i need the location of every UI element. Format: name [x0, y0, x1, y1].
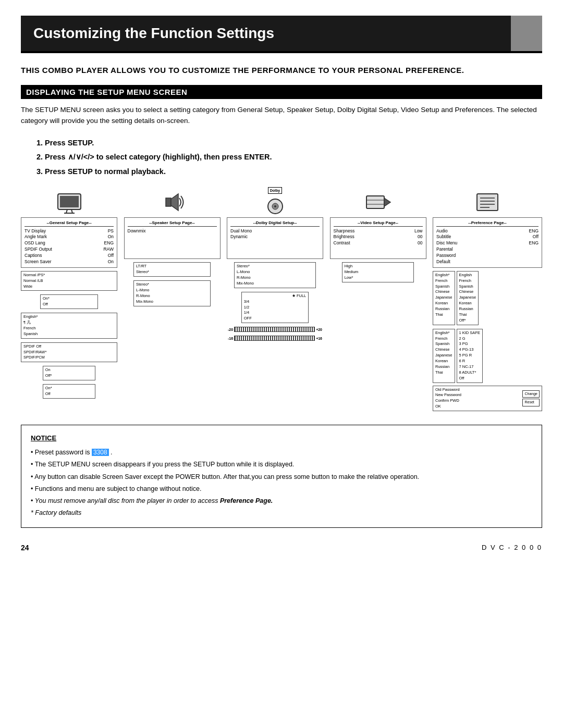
page: Customizing the Function Settings THIS C…	[0, 0, 563, 728]
meter-bottom: -16 +16	[227, 336, 323, 341]
section-header: DISPLAYING THE SETUP MENU SCREEN	[21, 85, 542, 99]
general-setup-box: --General Setup Page-- TV DisplayPS Angl…	[21, 217, 117, 268]
general-submenu-spdif: SPDIF Off SPDIF/RAW* SPDIF/PCM	[21, 342, 117, 363]
preference-col: --Preference Page-- AudioENG SubtitleOff…	[433, 189, 542, 412]
meter-top: -20 +20	[227, 327, 323, 332]
general-title: --General Setup Page--	[25, 220, 114, 226]
pref-parental-ratings: 1 KID SAFE 2 G 3 PG 4 PG-13 5 PG R 6 R 7…	[457, 329, 483, 383]
footer-page-number: 24	[21, 544, 29, 552]
general-row-captions: CaptionsOff	[25, 253, 114, 259]
speaker-setup-icon	[156, 189, 188, 215]
dolby-submenus: Stereo* L-Mono R-Mono Mix-Mono ★ FULL 3/…	[227, 261, 323, 342]
footer: 24 D V C - 2 0 0 0	[21, 544, 542, 552]
video-submenus: High Medium Low*	[330, 261, 426, 283]
speaker-row-downmix: Downmix	[128, 228, 217, 235]
general-row-screensaver: Screen SaverOn	[25, 259, 114, 265]
pref-title: --Preference Page--	[436, 220, 538, 226]
step-2: 2. Press ∧/∨/</> to select category (hig…	[36, 150, 542, 165]
reset-button[interactable]: Reset	[522, 399, 540, 406]
diagram-area: --General Setup Page-- TV DisplayPS Angl…	[21, 189, 542, 412]
speaker-submenu-ltr: LT/RT Stereo*	[133, 262, 211, 277]
notice-item-5: You must remove any/all disc from the pl…	[31, 496, 532, 507]
svg-rect-5	[166, 198, 171, 206]
notice-box: NOTICE Preset password is 3308 . The SET…	[21, 425, 542, 528]
speaker-title: --Speaker Setup Page--	[128, 220, 217, 226]
page-title: Customizing the Function Settings	[33, 25, 274, 42]
speaker-setup-col: --Speaker Setup Page-- Downmix LT/RT Ste…	[124, 189, 221, 307]
video-setup-icon	[362, 189, 394, 215]
svg-line-3	[71, 209, 72, 213]
speaker-submenus: LT/RT Stereo* Stereo* L-Mono R-Mono Mix-…	[124, 261, 221, 307]
speaker-setup-box: --Speaker Setup Page-- Downmix	[124, 217, 221, 259]
general-row-osdlang: OSD LangENG	[25, 240, 114, 246]
notice-item-3: Any button can disable Screen Saver exce…	[31, 472, 532, 483]
footer-model: D V C - 2 0 0 0	[482, 544, 542, 551]
notice-item-1: Preset password is 3308 .	[31, 447, 532, 458]
change-button[interactable]: Change	[522, 390, 540, 398]
dolby-submenu-dynamic: ★ FULL 3/4 1/2 1/4 OFF	[241, 292, 309, 323]
pref-password-box: Old Password New Password Confirm PWD OK…	[433, 386, 542, 412]
general-submenus: Normal /PS* Normal /LB Wide On* Off Engl…	[21, 270, 117, 400]
title-underline	[21, 51, 542, 53]
dolby-setup-box: --Dolby Digital Setup-- Dual Mono Dynami…	[227, 217, 323, 259]
title-bar: Customizing the Function Settings	[21, 16, 542, 51]
general-setup-icon	[54, 189, 85, 215]
intro-text: THIS COMBO PLAYER ALLOWS YOU TO CUSTOMIZ…	[21, 65, 542, 77]
pref-submenus: English* French Spanish Chinese Japanese…	[433, 270, 542, 412]
pref-subtitle-langs: English French Spanish Chinese Japanese …	[457, 271, 479, 325]
dolby-setup-icon: Dolby	[260, 189, 291, 215]
step-3: 3. Press SETUP to normal playback.	[36, 165, 542, 179]
general-setup-col: --General Setup Page-- TV DisplayPS Angl…	[21, 189, 117, 400]
svg-rect-10	[366, 196, 384, 208]
general-submenu-angle: On* Off	[40, 294, 98, 309]
video-submenu-sharp: High Medium Low*	[342, 262, 414, 282]
general-row-anglemark: Angle MarkOn	[25, 234, 114, 240]
notice-title: NOTICE	[31, 433, 532, 444]
general-submenu-screensaver: On* Off	[43, 384, 96, 399]
section-desc: The SETUP MENU screen asks you to select…	[21, 104, 542, 127]
svg-point-9	[274, 205, 276, 207]
preference-icon	[472, 189, 503, 215]
speaker-submenu-mono: Stereo* L-Mono R-Mono Mix-Mono	[133, 280, 211, 306]
preference-box: --Preference Page-- AudioENG SubtitleOff…	[433, 217, 542, 268]
pref-row-default: Default	[436, 259, 538, 265]
pref-row-audio: AudioENG	[436, 228, 538, 235]
password-highlight: 3308	[92, 449, 109, 456]
dolby-setup-col: Dolby --Dolby Digital Setup--	[227, 189, 323, 342]
pref-discmenu-langs: English* French Spanish Chinese Japanese…	[433, 329, 455, 383]
video-title: --Video Setup Page--	[334, 220, 423, 226]
video-setup-col: --Video Setup Page-- SharpnessLow Bright…	[330, 189, 426, 283]
pref-row-discmenu: Disc MenuENG	[436, 240, 538, 246]
pref-row-subtitle: SubtitleOff	[436, 234, 538, 240]
diagram-container: --General Setup Page-- TV DisplayPS Angl…	[21, 189, 542, 412]
svg-marker-11	[384, 198, 390, 206]
general-submenu-osd: English* ¶ 儿 French Spanish	[21, 313, 117, 339]
video-row-sharpness: SharpnessLow	[334, 228, 423, 235]
notice-list: Preset password is 3308 . The SETUP MENU…	[31, 447, 532, 519]
svg-rect-1	[60, 196, 79, 207]
steps-list: 1. Press SETUP. 2. Press ∧/∨/</> to sele…	[36, 136, 542, 179]
notice-item-4: Functions and menu are subject to change…	[31, 484, 532, 495]
pref-row-password: Password	[436, 253, 538, 259]
dolby-title: --Dolby Digital Setup--	[230, 220, 320, 226]
video-row-contrast: Contrast00	[334, 240, 423, 246]
dolby-submenu-mono: Stereo* L-Mono R-Mono Mix-Mono	[234, 262, 316, 288]
general-submenu-tv: Normal /PS* Normal /LB Wide	[21, 271, 117, 291]
svg-rect-14	[477, 194, 498, 211]
notice-item-2: The SETUP MENU screen disappears if you …	[31, 459, 532, 470]
video-setup-box: --Video Setup Page-- SharpnessLow Bright…	[330, 217, 426, 259]
menu-columns: --General Setup Page-- TV DisplayPS Angl…	[21, 189, 542, 412]
general-submenu-captions: On Off*	[43, 366, 96, 380]
pref-audio-langs: English* French Spanish Chinese Japanese…	[433, 271, 455, 325]
dolby-row-dualmono: Dual Mono	[230, 228, 320, 235]
pref-row-parental: Parental	[436, 246, 538, 253]
notice-item-6: * Factory defaults	[31, 508, 532, 519]
general-row-spdif: SPDIF OutputRAW	[25, 246, 114, 253]
svg-line-2	[66, 209, 67, 213]
general-row-tvdisplay: TV DisplayPS	[25, 228, 114, 235]
step-1: 1. Press SETUP.	[36, 136, 542, 151]
svg-marker-6	[171, 194, 178, 211]
video-row-brightness: Brightness00	[334, 234, 423, 240]
dolby-row-dynamic: Dynamic	[230, 234, 320, 240]
